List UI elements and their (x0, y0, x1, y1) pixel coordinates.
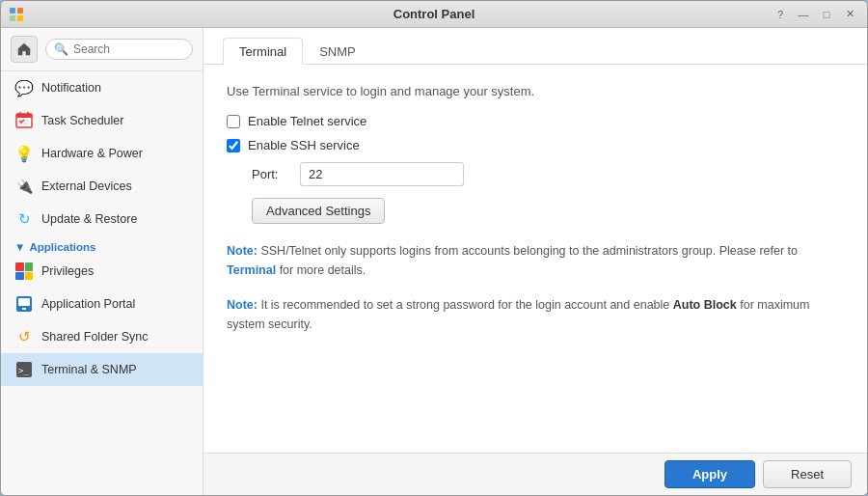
sidebar-item-task-scheduler[interactable]: Task Scheduler (1, 104, 203, 137)
sidebar-item-notification[interactable]: 💬 Notification (1, 71, 203, 104)
section-label: Applications (29, 241, 95, 253)
apply-button[interactable]: Apply (665, 460, 755, 488)
svg-rect-1 (17, 8, 23, 14)
note1-suffix: for more details. (276, 263, 366, 277)
description-text: Use Terminal service to login and manage… (227, 84, 844, 98)
port-input[interactable] (300, 162, 464, 186)
update-icon: ↻ (14, 209, 34, 229)
port-label: Port: (252, 167, 290, 181)
control-panel-window: Control Panel ? — □ ✕ 🔍 (0, 0, 868, 496)
notification-icon: 💬 (14, 78, 34, 97)
svg-rect-11 (18, 298, 30, 306)
maximize-button[interactable]: □ (817, 5, 836, 24)
svg-rect-0 (10, 8, 15, 14)
ssh-option-row: Enable SSH service (227, 138, 844, 152)
reset-button[interactable]: Reset (763, 460, 852, 488)
titlebar-controls: ? — □ ✕ (771, 5, 859, 24)
search-box: 🔍 (45, 39, 193, 60)
note1-text: SSH/Telnet only supports logins from acc… (258, 244, 798, 258)
tab-terminal[interactable]: Terminal (223, 38, 303, 65)
titlebar-left (9, 7, 24, 22)
svg-rect-12 (22, 308, 26, 310)
applications-section[interactable]: ▼ Applications (1, 235, 203, 255)
sidebar-item-terminal-snmp[interactable]: >_ Terminal & SNMP (1, 353, 203, 386)
sidebar-item-label: Shared Folder Sync (41, 330, 148, 344)
sidebar-item-application-portal[interactable]: Application Portal (1, 288, 203, 320)
sidebar-item-label: Privileges (41, 264, 94, 278)
shared-icon: ↺ (14, 327, 34, 346)
enable-ssh-label: Enable SSH service (248, 138, 360, 152)
task-icon (14, 111, 34, 130)
sidebar-item-external-devices[interactable]: 🔌 External Devices (1, 170, 203, 203)
sidebar: 🔍 💬 Notification (1, 28, 203, 495)
note-1: Note: SSH/Telnet only supports logins fr… (227, 241, 844, 280)
tab-bar: Terminal SNMP (203, 28, 867, 65)
close-button[interactable]: ✕ (840, 5, 859, 24)
sidebar-item-label: Terminal & SNMP (41, 363, 137, 376)
note-2: Note: It is recommended to set a strong … (227, 295, 844, 334)
enable-telnet-label: Enable Telnet service (248, 114, 366, 128)
content-body: Use Terminal service to login and manage… (203, 65, 867, 453)
svg-rect-2 (10, 15, 15, 21)
svg-text:>_: >_ (18, 366, 29, 375)
window-title: Control Panel (393, 7, 475, 21)
footer: Apply Reset (203, 453, 867, 495)
sidebar-item-shared-folder-sync[interactable]: ↺ Shared Folder Sync (1, 320, 203, 353)
sidebar-item-label: External Devices (41, 179, 132, 193)
privileges-icon (14, 262, 34, 281)
sidebar-item-label: Notification (41, 81, 101, 95)
note1-label: Note: (227, 244, 258, 258)
tab-snmp[interactable]: SNMP (303, 38, 372, 65)
port-row: Port: (252, 162, 844, 186)
search-icon: 🔍 (54, 42, 68, 56)
advanced-settings-button[interactable]: Advanced Settings (252, 198, 385, 224)
sidebar-item-label: Task Scheduler (41, 114, 123, 127)
sidebar-item-label: Update & Restore (41, 212, 137, 226)
sidebar-item-privileges[interactable]: Privileges (1, 255, 203, 288)
app-icon (9, 7, 24, 22)
sidebar-item-hardware-power[interactable]: 💡 Hardware & Power (1, 137, 203, 170)
terminal-link[interactable]: Terminal (227, 263, 276, 277)
app-portal-icon (14, 294, 34, 314)
sidebar-item-label: Hardware & Power (41, 147, 143, 160)
note2-text: It is recommended to set a strong passwo… (258, 298, 673, 312)
sidebar-item-update-restore[interactable]: ↻ Update & Restore (1, 203, 203, 235)
note2-label: Note: (227, 298, 258, 312)
auto-block-link[interactable]: Auto Block (673, 298, 737, 312)
chevron-down-icon: ▼ (14, 241, 25, 253)
help-button[interactable]: ? (771, 5, 790, 24)
hardware-icon: 💡 (14, 144, 34, 163)
main-content: 🔍 💬 Notification (1, 28, 867, 495)
titlebar: Control Panel ? — □ ✕ (1, 1, 867, 28)
content-area: Terminal SNMP Use Terminal service to lo… (203, 28, 867, 495)
svg-rect-3 (17, 15, 23, 21)
minimize-button[interactable]: — (794, 5, 813, 24)
external-icon: 🔌 (14, 177, 34, 196)
enable-ssh-checkbox[interactable] (227, 139, 240, 152)
search-input[interactable] (73, 42, 184, 56)
svg-rect-5 (16, 114, 32, 118)
home-button[interactable] (11, 36, 38, 63)
terminal-icon: >_ (14, 360, 34, 379)
sidebar-item-label: Application Portal (41, 297, 135, 311)
enable-telnet-checkbox[interactable] (227, 115, 240, 128)
telnet-option-row: Enable Telnet service (227, 114, 844, 128)
